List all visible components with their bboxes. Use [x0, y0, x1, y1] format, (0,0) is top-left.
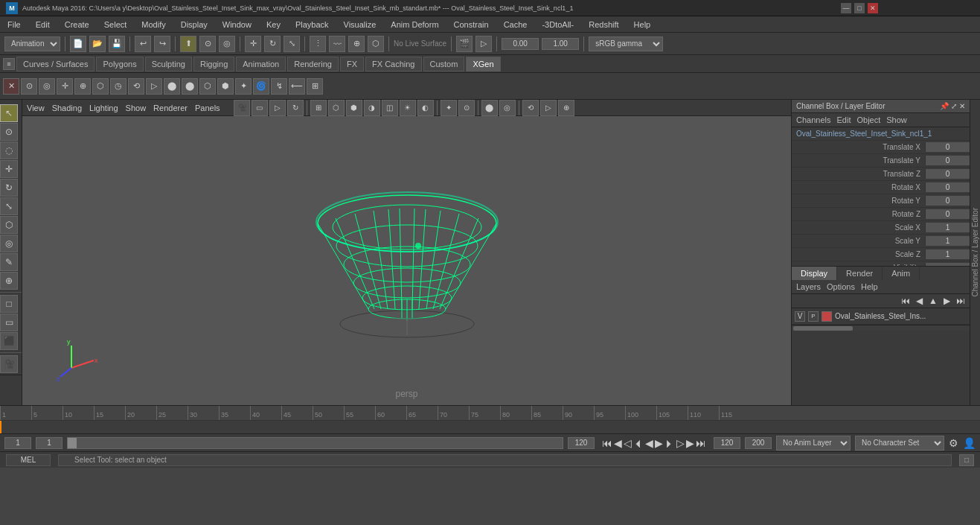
playhead[interactable]: [0, 421, 1, 433]
prev-frame-button[interactable]: ◀: [614, 437, 622, 449]
edge-button[interactable]: ▭: [0, 314, 18, 331]
goto-start-button[interactable]: ⏮: [602, 437, 612, 449]
menu-constrain[interactable]: Constrain: [451, 19, 492, 31]
snap-point-button[interactable]: ⊕: [348, 36, 365, 52]
vp-icon-xray[interactable]: ✦: [441, 100, 457, 116]
cb-value-translate-x[interactable]: [925, 142, 970, 152]
shelf-icon-16[interactable]: ↯: [271, 78, 287, 95]
shelf-icon-17[interactable]: ⟵: [289, 78, 305, 95]
menu-redshift[interactable]: Redshift: [586, 19, 621, 31]
menu-select[interactable]: Select: [101, 19, 130, 31]
snap-surface-button[interactable]: ⬡: [368, 36, 384, 52]
char-settings-button[interactable]: 👤: [963, 437, 976, 449]
vp-icon-texture[interactable]: ◫: [382, 100, 398, 116]
soft-mod-button[interactable]: ◎: [0, 235, 18, 252]
vp-icon-shading[interactable]: ◑: [364, 100, 380, 116]
vp-menu-renderer[interactable]: Renderer: [153, 104, 188, 112]
vertex-button[interactable]: □: [0, 295, 18, 313]
step-forward-button[interactable]: ⏵: [664, 437, 675, 449]
goto-end-button[interactable]: ⏭: [696, 437, 706, 449]
vp-icon-resolution[interactable]: ⬤: [481, 100, 498, 116]
minimize-button[interactable]: —: [841, 3, 851, 13]
step-back-button[interactable]: ⏴: [633, 437, 644, 449]
shelf-icon-5[interactable]: ⊕: [74, 78, 91, 95]
universal-manip-button[interactable]: ⬡: [0, 216, 18, 234]
layer-nav-next[interactable]: ▶: [942, 296, 952, 306]
attribute-editor-panel[interactable]: Channel Box / Layer Editor: [970, 100, 980, 405]
menu-help[interactable]: Help: [631, 19, 654, 31]
shelf-icon-14[interactable]: ✦: [235, 78, 252, 95]
menu-visualize[interactable]: Visualize: [341, 19, 379, 31]
cb-value-rotate-y[interactable]: [925, 196, 970, 206]
shelf-icon-4[interactable]: ✛: [57, 78, 73, 95]
cb-value-scale-x[interactable]: [925, 223, 970, 232]
timeline-thumb[interactable]: [68, 438, 77, 448]
render-seq-button[interactable]: ▷: [475, 36, 492, 52]
layer-menu-layers[interactable]: Layers: [796, 282, 821, 291]
menu-create[interactable]: Create: [62, 19, 92, 31]
shelf-icon-13[interactable]: ⬢: [217, 78, 234, 95]
menu-anim-deform[interactable]: Anim Deform: [388, 19, 441, 31]
cb-close-button[interactable]: ✕: [959, 102, 965, 110]
vp-icon-render-preview[interactable]: ▷: [540, 100, 557, 116]
vp-menu-shading[interactable]: Shading: [52, 104, 82, 112]
render-button[interactable]: 🎬: [456, 36, 473, 52]
range-end2-input[interactable]: [745, 437, 772, 449]
shelf-icon-12[interactable]: ⬡: [199, 78, 216, 95]
menu-cache[interactable]: Cache: [501, 19, 531, 31]
paint-select-button[interactable]: ⊙: [0, 123, 18, 141]
move-button[interactable]: ✛: [0, 160, 18, 178]
cb-pin-button[interactable]: 📌: [940, 102, 949, 110]
end-frame-input[interactable]: [568, 437, 595, 449]
scale-button[interactable]: ⤡: [0, 197, 18, 215]
timeline-ruler[interactable]: 1 5 10 15 20 25 30 35 40 45 50 55 60 65 …: [0, 406, 980, 421]
cb-expand-button[interactable]: ⤢: [951, 102, 957, 110]
menu-window[interactable]: Window: [220, 19, 254, 31]
vp-menu-lighting[interactable]: Lighting: [89, 104, 118, 112]
layer-type-button[interactable]: P: [808, 311, 819, 322]
open-scene-button[interactable]: 📂: [89, 36, 106, 52]
command-input[interactable]: [58, 454, 952, 466]
vp-icon-camera[interactable]: 🎥: [234, 100, 250, 116]
shelf-icon-3[interactable]: ◎: [39, 78, 55, 95]
timeline-bar[interactable]: [0, 421, 980, 433]
vp-icon-hud[interactable]: ◎: [499, 100, 516, 116]
range-end-input[interactable]: [714, 437, 740, 449]
maximize-button[interactable]: □: [854, 3, 865, 13]
shelf-tab-sculpting[interactable]: Sculpting: [145, 57, 192, 71]
color-space-select[interactable]: sRGB gamma: [589, 36, 663, 51]
vp-icon-grid[interactable]: ⊞: [310, 100, 327, 116]
vp-icon-light[interactable]: ☀: [400, 100, 416, 116]
shelf-icon-11[interactable]: ⬤: [182, 78, 198, 95]
shelf-tab-xgen[interactable]: XGen: [466, 57, 500, 71]
shelf-icon-2[interactable]: ⊙: [21, 78, 37, 95]
workspace-preset-select[interactable]: Animation: [4, 36, 60, 51]
layer-nav-up[interactable]: ▲: [927, 296, 939, 306]
start-frame-input[interactable]: [4, 437, 31, 449]
vp-icon-aa[interactable]: ⊕: [558, 100, 574, 116]
shelf-icon-10[interactable]: ⬤: [164, 78, 180, 95]
menu-edit[interactable]: Edit: [33, 19, 53, 31]
shelf-tab-rigging[interactable]: Rigging: [193, 57, 234, 71]
next-frame-button[interactable]: ▶: [686, 437, 694, 449]
menu-display[interactable]: Display: [178, 19, 211, 31]
sculpt-button[interactable]: ✎: [0, 253, 18, 271]
menu-key[interactable]: Key: [263, 19, 284, 31]
shelf-icon-7[interactable]: ◷: [110, 78, 126, 95]
vp-icon-sync[interactable]: ⟲: [522, 100, 539, 116]
layer-scroll-thumb[interactable]: [793, 326, 853, 331]
shelf-icon-15[interactable]: 🌀: [253, 78, 269, 95]
cb-menu-object[interactable]: Object: [856, 115, 880, 124]
script-editor-button[interactable]: □: [959, 454, 974, 466]
3d-viewport[interactable]: x y z persp: [22, 116, 791, 405]
cb-value-rotate-z[interactable]: [925, 209, 970, 219]
menu-playback[interactable]: Playback: [292, 19, 332, 31]
current-frame-input[interactable]: [36, 437, 63, 449]
save-scene-button[interactable]: 💾: [109, 36, 125, 52]
vp-icon-isolate[interactable]: ⊙: [458, 100, 475, 116]
menu-3dtoall[interactable]: -3DtoAll-: [539, 19, 577, 31]
move-tool-button[interactable]: ✛: [245, 36, 261, 52]
shelf-settings-button[interactable]: ≡: [3, 58, 15, 70]
camera-value-2[interactable]: [542, 38, 579, 50]
shelf-tab-rendering[interactable]: Rendering: [287, 57, 339, 71]
